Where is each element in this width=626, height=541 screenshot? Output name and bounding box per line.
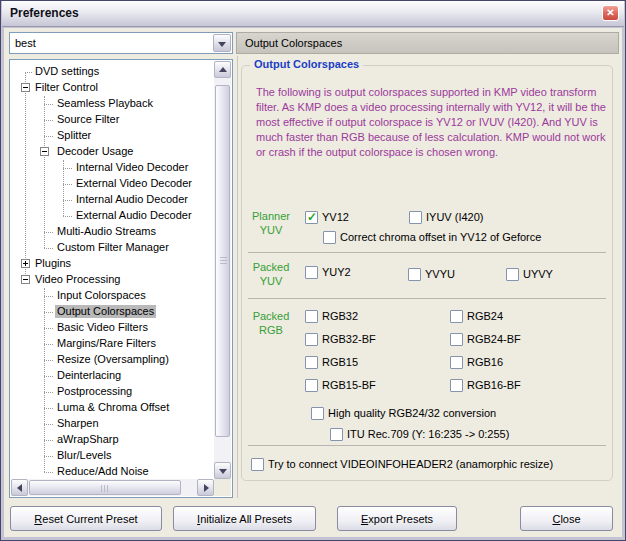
checkbox-yuy2[interactable]: YUY2: [305, 265, 351, 279]
checkbox-correct-chroma-offset[interactable]: Correct chroma offset in YV12 of Geforce: [323, 230, 541, 244]
checkbox-yv12[interactable]: YV12: [305, 210, 349, 224]
checkbox-rgb32-bf[interactable]: RGB32-BF: [305, 332, 376, 346]
description-text: The following is output colorspaces supp…: [256, 85, 608, 160]
tree-item-deinterlacing[interactable]: Deinterlacing: [11, 368, 213, 384]
packed-rgb-label: Packed RGB: [247, 309, 295, 337]
checkbox-rgb24-bf[interactable]: RGB24-BF: [450, 332, 521, 346]
packed-yuv-label: Packed YUV: [247, 260, 295, 288]
checkbox-rgb15-bf[interactable]: RGB15-BF: [305, 378, 376, 392]
checkbox-iyuv-i420[interactable]: IYUV (I420): [409, 210, 483, 224]
checkbox-uyvy[interactable]: UYVY: [506, 267, 553, 281]
tree-item-decoder-usage[interactable]: Decoder Usage: [11, 144, 213, 160]
horizontal-scroll-thumb[interactable]: [29, 480, 181, 495]
tree-item-margins-rare-filters[interactable]: Margins/Rare Filters: [11, 336, 213, 352]
tree-item-postprocessing[interactable]: Postprocessing: [11, 384, 213, 400]
tree-item-reduce-add-noise[interactable]: Reduce/Add Noise: [11, 464, 213, 479]
tree-item-internal-audio-decoder[interactable]: Internal Audio Decoder: [11, 192, 213, 208]
chevron-down-icon: [218, 42, 226, 47]
collapse-icon[interactable]: [21, 83, 30, 92]
expand-icon[interactable]: [21, 259, 30, 268]
scroll-up-icon: [219, 67, 227, 72]
tree-item-blur-levels[interactable]: Blur/Levels: [11, 448, 213, 464]
checkbox-icon[interactable]: [450, 310, 463, 323]
tree-item-sharpen[interactable]: Sharpen: [11, 416, 213, 432]
checkbox-icon[interactable]: [251, 458, 264, 471]
checkbox-rgb16-bf[interactable]: RGB16-BF: [450, 378, 521, 392]
checkbox-icon[interactable]: [305, 333, 318, 346]
panel-divider: [237, 56, 238, 498]
checkbox-icon[interactable]: [311, 407, 324, 420]
checkbox-yvyu[interactable]: YVYU: [408, 267, 455, 281]
tree-item-plugins[interactable]: Plugins: [11, 256, 213, 272]
checkbox-icon[interactable]: [450, 379, 463, 392]
checkbox-icon[interactable]: [450, 333, 463, 346]
tree-horizontal-scrollbar[interactable]: [11, 479, 214, 496]
preset-select-value: best: [15, 37, 36, 49]
checkbox-icon[interactable]: [305, 310, 318, 323]
tree-item-basic-video-filters[interactable]: Basic Video Filters: [11, 320, 213, 336]
preset-select-dropdown-button[interactable]: [213, 34, 231, 52]
checkbox-try-connect-videoinfoheader2[interactable]: Try to connect VIDEOINFOHEADER2 (anamorp…: [251, 457, 553, 471]
tree-item-external-video-decoder[interactable]: External Video Decoder: [11, 176, 213, 192]
tree-item-luma-chroma-offset[interactable]: Luma & Chroma Offset: [11, 400, 213, 416]
scroll-left-button[interactable]: [11, 479, 28, 496]
tree-item-splitter[interactable]: Splitter: [11, 128, 213, 144]
page-title: Output Colorspaces: [236, 32, 619, 54]
checkbox-icon[interactable]: [323, 231, 336, 244]
scroll-down-icon: [219, 469, 227, 474]
scroll-left-icon: [17, 484, 22, 492]
tree-item-resize-oversampling[interactable]: Resize (Oversampling): [11, 352, 213, 368]
tree-item-custom-filter-manager[interactable]: Custom Filter Manager: [11, 240, 213, 256]
title-bar: Preferences ✕: [2, 1, 624, 27]
tree-item-awrapsharp[interactable]: aWrapSharp: [11, 432, 213, 448]
tree-item-input-colorspaces[interactable]: Input Colorspaces: [11, 288, 213, 304]
collapse-icon[interactable]: [21, 275, 30, 284]
section-divider: [248, 298, 606, 299]
checkbox-icon[interactable]: [450, 356, 463, 369]
checkbox-rgb24[interactable]: RGB24: [450, 309, 503, 323]
checkbox-icon[interactable]: [506, 268, 519, 281]
tree-item-multi-audio-streams[interactable]: Multi-Audio Streams: [11, 224, 213, 240]
section-divider: [248, 252, 606, 253]
collapse-icon[interactable]: [40, 147, 49, 156]
checkbox-icon[interactable]: [305, 211, 318, 224]
tree-item-filter-control[interactable]: Filter Control: [11, 80, 213, 96]
tree-item-video-processing[interactable]: Video Processing: [11, 272, 213, 288]
planner-yuv-label: Planner YUV: [247, 209, 295, 237]
tree-item-internal-video-decoder[interactable]: Internal Video Decoder: [11, 160, 213, 176]
tree-item-external-audio-decoder[interactable]: External Audio Decoder: [11, 208, 213, 224]
checkbox-itu-rec709[interactable]: ITU Rec.709 (Y: 16:235 -> 0:255): [330, 427, 509, 441]
checkbox-icon[interactable]: [408, 268, 421, 281]
preset-select[interactable]: best: [9, 32, 233, 54]
tree-item-dvd-settings[interactable]: DVD settings: [11, 64, 213, 80]
close-dialog-button[interactable]: Close: [520, 506, 613, 531]
checkbox-high-quality-rgb-conversion[interactable]: High quality RGB24/32 conversion: [311, 406, 496, 420]
export-presets-button[interactable]: Export Presets: [337, 506, 457, 531]
checkbox-rgb32[interactable]: RGB32: [305, 309, 358, 323]
settings-tree: DVD settings Filter Control Seamless Pla…: [9, 59, 233, 498]
checkbox-icon[interactable]: [305, 266, 318, 279]
scrollbar-corner: [214, 479, 231, 496]
scroll-right-icon: [204, 484, 209, 492]
tree-vertical-scrollbar[interactable]: [214, 61, 231, 479]
scroll-up-button[interactable]: [214, 61, 231, 78]
tree-item-source-filter[interactable]: Source Filter: [11, 112, 213, 128]
checkbox-rgb15[interactable]: RGB15: [305, 355, 358, 369]
window-title: Preferences: [10, 6, 79, 20]
preferences-dialog: Preferences ✕ best Output Colorspaces DV…: [0, 0, 626, 541]
tree-item-seamless-playback[interactable]: Seamless Playback: [11, 96, 213, 112]
checkbox-icon[interactable]: [305, 379, 318, 392]
checkbox-icon[interactable]: [305, 356, 318, 369]
vertical-scroll-thumb[interactable]: [215, 85, 230, 437]
group-title: Output Colorspaces: [250, 58, 363, 70]
scroll-down-button[interactable]: [214, 462, 231, 479]
reset-current-preset-button[interactable]: Reset Current Preset: [10, 506, 162, 531]
initialize-all-presets-button[interactable]: Initialize All Presets: [173, 506, 316, 531]
scroll-right-button[interactable]: [197, 479, 214, 496]
close-button[interactable]: ✕: [602, 5, 619, 21]
checkbox-icon[interactable]: [409, 211, 422, 224]
checkbox-icon[interactable]: [330, 428, 343, 441]
checkbox-rgb16[interactable]: RGB16: [450, 355, 503, 369]
tree-item-output-colorspaces[interactable]: Output Colorspaces: [11, 304, 213, 320]
tree-rows: DVD settings Filter Control Seamless Pla…: [11, 61, 213, 479]
